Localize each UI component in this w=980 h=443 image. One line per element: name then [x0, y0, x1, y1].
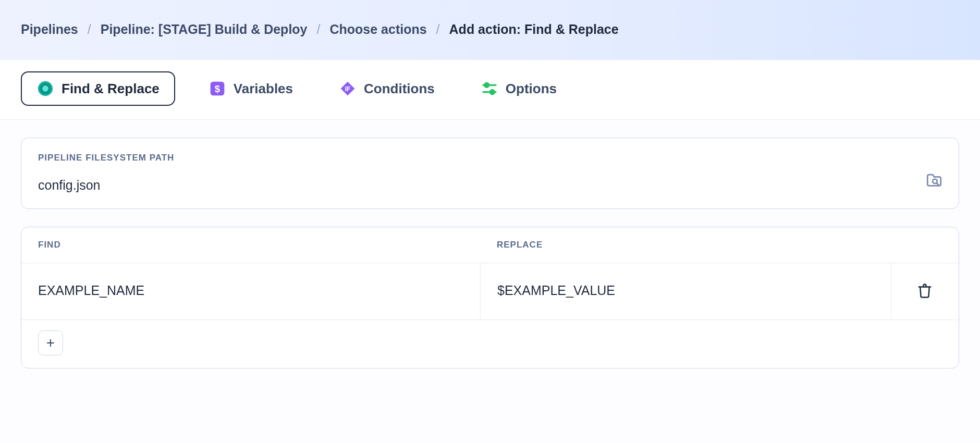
replace-column-header: REPLACE — [480, 240, 959, 250]
filesystem-path-panel: PIPELINE FILESYSTEM PATH config.json — [21, 138, 959, 209]
breadcrumb-pipeline[interactable]: Pipeline: [STAGE] Build & Deploy — [101, 22, 308, 37]
breadcrumb: Pipelines / Pipeline: [STAGE] Build & De… — [21, 22, 619, 37]
find-input[interactable]: EXAMPLE_NAME — [21, 263, 480, 319]
tab-label: Find & Replace — [62, 81, 160, 97]
svg-point-2 — [42, 85, 48, 91]
browse-filesystem-button[interactable] — [925, 171, 944, 190]
svg-line-12 — [937, 183, 939, 185]
tab-options[interactable]: Options — [468, 71, 569, 106]
breadcrumb-separator: / — [436, 22, 440, 37]
variables-icon: $ — [209, 80, 226, 97]
tab-label: Options — [506, 81, 557, 97]
trash-icon — [917, 283, 933, 299]
svg-text:$: $ — [215, 83, 220, 94]
find-column-header: FIND — [21, 240, 480, 250]
breadcrumb-current: Add action: Find & Replace — [449, 22, 619, 37]
svg-point-9 — [484, 83, 488, 87]
tab-label: Variables — [234, 81, 293, 97]
filesystem-path-input[interactable]: config.json — [38, 178, 942, 193]
replace-input[interactable]: $EXAMPLE_VALUE — [480, 263, 891, 319]
breadcrumb-pipelines[interactable]: Pipelines — [21, 22, 78, 37]
delete-row-cell — [891, 263, 959, 319]
add-row-region: + — [21, 320, 959, 368]
tabs: Find & Replace $ Variables IF Conditions — [0, 60, 980, 120]
find-replace-panel: FIND REPLACE EXAMPLE_NAME $EXAMPLE_VALUE… — [21, 227, 959, 368]
breadcrumb-separator: / — [317, 22, 321, 37]
delete-row-button[interactable] — [917, 283, 934, 300]
plus-icon: + — [46, 335, 55, 351]
conditions-icon: IF — [339, 80, 357, 97]
find-replace-icon — [36, 80, 54, 97]
find-replace-row: EXAMPLE_NAME $EXAMPLE_VALUE — [21, 263, 959, 320]
svg-text:IF: IF — [345, 85, 351, 93]
find-replace-header: FIND REPLACE — [21, 227, 959, 263]
tab-label: Conditions — [364, 81, 435, 97]
filesystem-path-label: PIPELINE FILESYSTEM PATH — [38, 153, 942, 163]
content-area: PIPELINE FILESYSTEM PATH config.json FIN… — [0, 120, 980, 404]
svg-point-10 — [490, 90, 494, 94]
breadcrumb-separator: / — [88, 22, 91, 37]
tab-variables[interactable]: $ Variables — [196, 71, 305, 106]
breadcrumb-choose-actions[interactable]: Choose actions — [329, 22, 426, 37]
tab-find-replace[interactable]: Find & Replace — [21, 71, 175, 106]
options-icon — [481, 80, 498, 97]
folder-search-icon — [925, 171, 943, 189]
breadcrumb-header: Pipelines / Pipeline: [STAGE] Build & De… — [0, 0, 980, 60]
add-row-button[interactable]: + — [38, 330, 63, 355]
tab-conditions[interactable]: IF Conditions — [326, 71, 447, 106]
